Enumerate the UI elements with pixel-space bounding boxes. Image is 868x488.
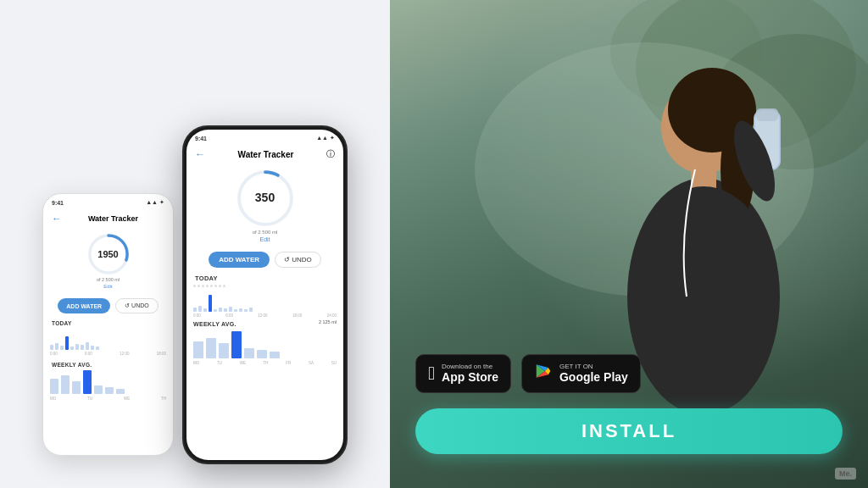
google-play-icon <box>534 362 553 385</box>
app-store-top-line: Download on the <box>442 363 498 370</box>
google-play-bottom-line: Google Play <box>559 370 628 385</box>
bar <box>193 308 197 312</box>
front-edit-link[interactable]: Edit <box>259 236 270 242</box>
dot <box>223 285 225 287</box>
front-add-water-btn[interactable]: ADD WATER <box>209 252 270 268</box>
back-undo-btn[interactable]: ↺ UNDO <box>115 298 159 313</box>
bar <box>55 343 58 350</box>
week-bar <box>206 338 216 358</box>
front-screen: 9:41 ▲▲ ✦ ← Water Tracker ⓘ 35 <box>186 130 343 460</box>
front-phone-header: 9:41 ▲▲ ✦ <box>186 130 343 145</box>
week-bar <box>50 379 58 394</box>
back-weekly-chart <box>43 369 173 396</box>
week-bar <box>257 350 267 358</box>
week-bar <box>270 352 280 358</box>
install-button[interactable]: INSTALL <box>415 408 843 454</box>
bar <box>86 342 89 350</box>
store-buttons-container:  Download on the App Store G <box>415 354 843 393</box>
front-phone-nav: ← Water Tracker ⓘ <box>186 145 343 164</box>
week-bar <box>193 341 203 358</box>
app-store-text: Download on the App Store <box>442 363 498 385</box>
back-phone-nav: ← Water Tracker <box>43 209 173 228</box>
bar <box>244 309 248 312</box>
week-bar <box>116 389 125 394</box>
back-add-water-btn[interactable]: ADD WATER <box>58 298 110 313</box>
bar <box>249 308 253 312</box>
back-edit-link[interactable]: Edit <box>103 284 112 289</box>
back-mini-chart <box>43 328 173 352</box>
bar <box>70 347 74 350</box>
front-phone-signals: ▲▲ ✦ <box>316 135 335 141</box>
back-phone-header: 9:41 ▲▲ ✦ <box>43 194 173 209</box>
back-chart-labels: 0:00 6:00 12:00 18:00 <box>43 352 173 356</box>
phones-container: 9:41 ▲▲ ✦ ← Water Tracker 1950 <box>34 15 356 473</box>
week-bar <box>94 385 103 394</box>
phone-back: 9:41 ▲▲ ✦ ← Water Tracker 1950 <box>42 193 174 456</box>
apple-icon:  <box>428 363 435 385</box>
front-gauge-number: 350 <box>255 191 275 204</box>
google-play-button[interactable]: GET IT ON Google Play <box>521 354 641 393</box>
dot <box>193 285 196 287</box>
back-phone-title: Water Tracker <box>88 214 138 223</box>
front-gauge-text: 350 <box>255 191 275 204</box>
google-play-text: GET IT ON Google Play <box>559 363 628 385</box>
bar <box>75 344 79 350</box>
week-bar <box>61 375 70 394</box>
front-weekly-header: WEEKLY AVG. 2 125 ml <box>186 318 343 330</box>
dot <box>202 285 204 287</box>
front-weekly-chart <box>186 330 343 361</box>
week-bar <box>219 343 229 358</box>
bar <box>65 336 69 350</box>
back-gauge-container: 1950 of 2 500 ml Edit <box>43 228 173 294</box>
back-gauge: 1950 <box>87 233 130 275</box>
bar <box>214 309 217 312</box>
front-info-icon: ⓘ <box>326 148 335 160</box>
google-play-top-line: GET IT ON <box>559 363 628 370</box>
back-week-labels: MO TU WE TH <box>43 396 173 401</box>
week-bar <box>105 387 114 394</box>
front-buttons-row: ADD WATER ↺ UNDO <box>186 247 343 272</box>
dot <box>214 285 217 287</box>
front-phone-title: Water Tracker <box>238 150 294 159</box>
bar <box>50 345 53 350</box>
bar <box>224 308 227 312</box>
front-back-arrow: ← <box>195 148 205 160</box>
front-mini-chart <box>186 288 343 313</box>
back-phone-time: 9:41 <box>52 200 64 206</box>
week-bar <box>231 331 242 358</box>
bar <box>234 309 237 312</box>
phone-front: 9:41 ▲▲ ✦ ← Water Tracker ⓘ 35 <box>182 125 348 464</box>
bar <box>229 307 232 312</box>
back-buttons-row: ADD WATER ↺ UNDO <box>43 294 173 318</box>
dot <box>198 285 200 287</box>
week-bar <box>83 370 92 394</box>
bar <box>96 347 99 350</box>
app-store-bottom-line: App Store <box>442 370 498 385</box>
back-weekly-label: WEEKLY AVG. <box>43 359 173 369</box>
back-phone-signals: ▲▲ ✦ <box>146 199 164 206</box>
front-weekly-label: WEEKLY AVG. <box>193 319 236 329</box>
bar <box>198 306 202 312</box>
front-gauge: 350 <box>236 169 295 228</box>
front-phone-time: 9:41 <box>195 136 207 141</box>
bar <box>91 346 94 350</box>
front-undo-btn[interactable]: ↺ UNDO <box>275 252 321 268</box>
back-gauge-text: 1950 <box>97 249 118 259</box>
right-panel:  Download on the App Store G <box>390 0 868 488</box>
bar <box>239 308 242 312</box>
week-bar <box>244 348 254 358</box>
bar <box>209 295 212 312</box>
back-arrow-icon: ← <box>52 213 62 225</box>
bar <box>81 345 84 350</box>
bar <box>60 346 64 350</box>
front-week-labels: MO TU WE TH FR SA SU <box>186 361 343 365</box>
back-gauge-sub: of 2 500 ml <box>97 277 120 282</box>
front-gauge-sub: of 2 500 ml <box>253 230 278 235</box>
bar <box>203 308 207 312</box>
app-store-button[interactable]:  Download on the App Store <box>415 354 511 393</box>
front-weekly-value: 2 125 ml <box>319 319 337 329</box>
left-panel: 9:41 ▲▲ ✦ ← Water Tracker 1950 <box>0 0 390 488</box>
back-today-label: TODAY <box>43 318 173 328</box>
right-overlay:  Download on the App Store G <box>390 0 868 488</box>
front-today-label: TODAY <box>186 272 343 284</box>
